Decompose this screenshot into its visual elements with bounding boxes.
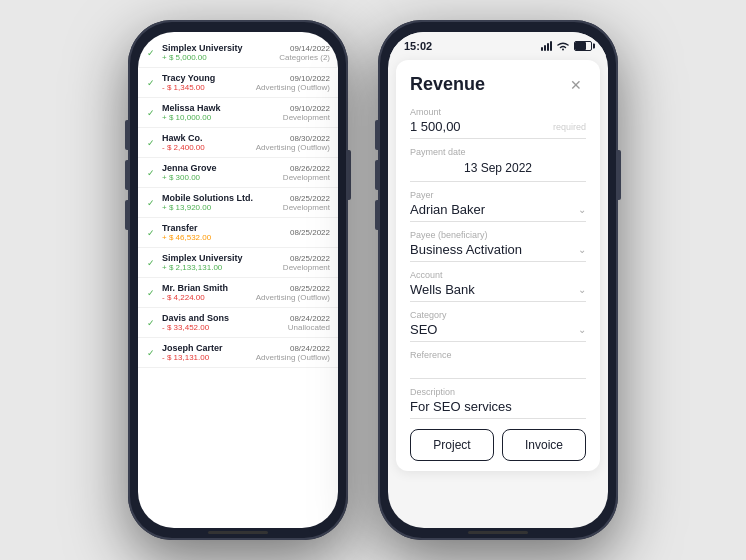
- description-value: For SEO services: [410, 399, 586, 414]
- right-screen: 15:02 Revenue: [388, 32, 608, 528]
- transaction-amount: - $ 33,452.00: [162, 323, 284, 332]
- transaction-name: Joseph Carter: [162, 343, 252, 353]
- transaction-right: 08/25/2022Development: [283, 254, 330, 272]
- transaction-check: ✓: [144, 348, 158, 358]
- transaction-date: 08/24/2022: [288, 314, 330, 323]
- transaction-date: 09/14/2022: [279, 44, 330, 53]
- transaction-info: Mobile Solutions Ltd.+ $ 13,920.00: [162, 193, 279, 212]
- transaction-right: 09/10/2022Advertising (Outflow): [256, 74, 330, 92]
- transaction-name: Simplex University: [162, 43, 275, 53]
- transaction-item[interactable]: ✓Hawk Co.- $ 2,400.0008/30/2022Advertisi…: [138, 128, 338, 158]
- transaction-category: Categories (2): [279, 53, 330, 62]
- transaction-item[interactable]: ✓Mobile Solutions Ltd.+ $ 13,920.0008/25…: [138, 188, 338, 218]
- transaction-date: 08/26/2022: [283, 164, 330, 173]
- account-label: Account: [410, 270, 586, 280]
- transaction-right: 08/24/2022Unallocated: [288, 314, 330, 332]
- transaction-date: 08/25/2022: [256, 284, 330, 293]
- transaction-check: ✓: [144, 108, 158, 118]
- transaction-amount: - $ 2,400.00: [162, 143, 252, 152]
- status-bar: 15:02: [388, 32, 608, 56]
- transaction-name: Melissa Hawk: [162, 103, 279, 113]
- transaction-item[interactable]: ✓Mr. Brian Smith- $ 4,224.0008/25/2022Ad…: [138, 278, 338, 308]
- transaction-right: 08/26/2022Development: [283, 164, 330, 182]
- transaction-date: 09/10/2022: [283, 104, 330, 113]
- transaction-check: ✓: [144, 228, 158, 238]
- payment-date-field[interactable]: Payment date 13 Sep 2022: [410, 147, 586, 182]
- transaction-item[interactable]: ✓Transfer+ $ 46,532.0008/25/2022: [138, 218, 338, 248]
- transaction-name: Davis and Sons: [162, 313, 284, 323]
- signal-icon: [541, 41, 552, 51]
- account-value: Wells Bank: [410, 282, 475, 297]
- transaction-item[interactable]: ✓Davis and Sons- $ 33,452.0008/24/2022Un…: [138, 308, 338, 338]
- transaction-amount: + $ 300.00: [162, 173, 279, 182]
- transaction-name: Mobile Solutions Ltd.: [162, 193, 279, 203]
- payer-field[interactable]: Payer Adrian Baker ⌄: [410, 190, 586, 222]
- transaction-amount: + $ 10,000.00: [162, 113, 279, 122]
- transaction-amount: + $ 5,000.00: [162, 53, 275, 62]
- transaction-check: ✓: [144, 78, 158, 88]
- revenue-modal: Revenue ✕ Amount 1 500,00 required Payme…: [396, 60, 600, 471]
- description-field[interactable]: Description For SEO services: [410, 387, 586, 419]
- transaction-item[interactable]: ✓Simplex University+ $ 2,133,131.0008/25…: [138, 248, 338, 278]
- invoice-button[interactable]: Invoice: [502, 429, 586, 461]
- transaction-category: Development: [283, 203, 330, 212]
- transaction-category: Development: [283, 173, 330, 182]
- payer-label: Payer: [410, 190, 586, 200]
- transaction-info: Simplex University+ $ 2,133,131.00: [162, 253, 279, 272]
- transaction-list: ✓Simplex University+ $ 5,000.0009/14/202…: [138, 32, 338, 528]
- modal-header: Revenue ✕: [410, 74, 586, 95]
- transaction-item[interactable]: ✓Melissa Hawk+ $ 10,000.0009/10/2022Deve…: [138, 98, 338, 128]
- transaction-amount: - $ 1,345.00: [162, 83, 252, 92]
- transaction-check: ✓: [144, 318, 158, 328]
- transaction-check: ✓: [144, 198, 158, 208]
- amount-hint: required: [553, 122, 586, 132]
- transaction-amount: - $ 4,224.00: [162, 293, 252, 302]
- transaction-category: Development: [283, 113, 330, 122]
- category-value: SEO: [410, 322, 437, 337]
- category-field[interactable]: Category SEO ⌄: [410, 310, 586, 342]
- reference-label: Reference: [410, 350, 586, 360]
- transaction-check: ✓: [144, 288, 158, 298]
- status-icons: [541, 41, 592, 51]
- transaction-category: Advertising (Outflow): [256, 83, 330, 92]
- transaction-date: 08/30/2022: [256, 134, 330, 143]
- reference-value: [410, 362, 586, 374]
- transaction-item[interactable]: ✓Simplex University+ $ 5,000.0009/14/202…: [138, 38, 338, 68]
- transaction-date: 08/24/2022: [256, 344, 330, 353]
- amount-field[interactable]: Amount 1 500,00 required: [410, 107, 586, 139]
- transaction-amount: + $ 46,532.00: [162, 233, 286, 242]
- reference-field[interactable]: Reference: [410, 350, 586, 379]
- transaction-name: Jenna Grove: [162, 163, 279, 173]
- transaction-right: 08/25/2022: [290, 228, 330, 237]
- payee-field[interactable]: Payee (beneficiary) Business Activation …: [410, 230, 586, 262]
- transaction-category: Unallocated: [288, 323, 330, 332]
- amount-label: Amount: [410, 107, 586, 117]
- transaction-item[interactable]: ✓Joseph Carter- $ 13,131.0008/24/2022Adv…: [138, 338, 338, 368]
- wifi-icon: [556, 41, 570, 51]
- transaction-name: Simplex University: [162, 253, 279, 263]
- transaction-amount: + $ 13,920.00: [162, 203, 279, 212]
- transaction-check: ✓: [144, 138, 158, 148]
- transaction-info: Joseph Carter- $ 13,131.00: [162, 343, 252, 362]
- left-screen: ✓Simplex University+ $ 5,000.0009/14/202…: [138, 32, 338, 528]
- transaction-item[interactable]: ✓Jenna Grove+ $ 300.0008/26/2022Developm…: [138, 158, 338, 188]
- transaction-right: 08/25/2022Development: [283, 194, 330, 212]
- home-indicator: [208, 531, 268, 534]
- transaction-item[interactable]: ✓Tracy Young- $ 1,345.0009/10/2022Advert…: [138, 68, 338, 98]
- transaction-check: ✓: [144, 48, 158, 58]
- payee-dropdown-icon: ⌄: [578, 244, 586, 255]
- close-button[interactable]: ✕: [566, 75, 586, 95]
- transaction-date: 08/25/2022: [283, 194, 330, 203]
- project-button[interactable]: Project: [410, 429, 494, 461]
- transaction-right: 08/24/2022Advertising (Outflow): [256, 344, 330, 362]
- transaction-right: 09/14/2022Categories (2): [279, 44, 330, 62]
- account-field[interactable]: Account Wells Bank ⌄: [410, 270, 586, 302]
- category-dropdown-icon: ⌄: [578, 324, 586, 335]
- transaction-name: Mr. Brian Smith: [162, 283, 252, 293]
- category-label: Category: [410, 310, 586, 320]
- transaction-info: Hawk Co.- $ 2,400.00: [162, 133, 252, 152]
- transaction-category: Advertising (Outflow): [256, 293, 330, 302]
- payer-value: Adrian Baker: [410, 202, 485, 217]
- status-time: 15:02: [404, 40, 432, 52]
- transaction-amount: - $ 13,131.00: [162, 353, 252, 362]
